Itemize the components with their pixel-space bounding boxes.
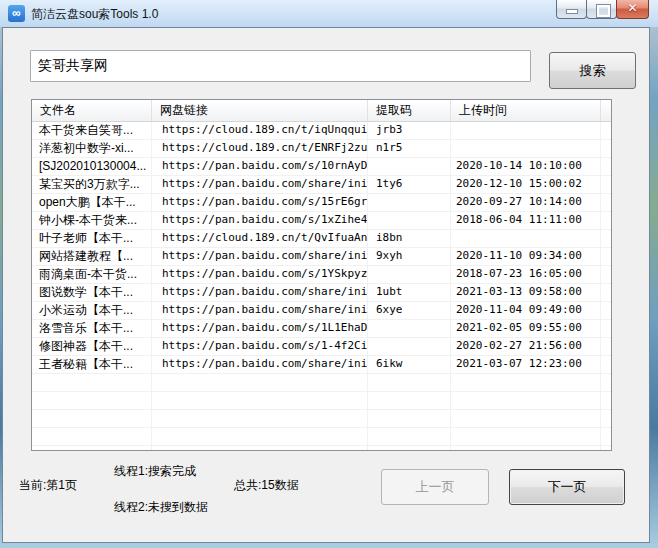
table-row[interactable]: [SJ202010130004...https://pan.baidu.com/… — [32, 158, 611, 176]
cell-filler — [601, 230, 611, 247]
close-button[interactable]: ✕ — [616, 0, 649, 19]
cell-code — [368, 446, 451, 451]
cell-link — [152, 428, 368, 445]
cell-time — [451, 374, 601, 391]
status-thread1: 线程1:搜索完成 — [114, 463, 196, 480]
cell-filler — [601, 248, 611, 265]
cell-filename: 某宝买的3万款字... — [32, 176, 152, 193]
table-row[interactable]: 钟小棵-本干货来...https://pan.baidu.com/s/1xZih… — [32, 212, 611, 230]
table-row[interactable] — [32, 374, 611, 392]
table-row[interactable]: open大鹏【本干...https://pan.baidu.com/s/15rE… — [32, 194, 611, 212]
cell-code: n1r5 — [368, 140, 451, 157]
cell-time: 2020-12-10 15:00:02 — [451, 176, 601, 193]
cell-link: https://pan.baidu.com/s/10rnAyD... — [152, 158, 368, 175]
maximize-button[interactable] — [586, 0, 617, 19]
maximize-icon — [597, 5, 610, 17]
cell-code — [368, 158, 451, 175]
cell-time: 2020-10-14 10:10:00 — [451, 158, 601, 175]
cell-link: https://pan.baidu.com/s/1YSkpyz... — [152, 266, 368, 283]
table-row[interactable]: 洛雪音乐【本干...https://pan.baidu.com/s/1L1Eha… — [32, 320, 611, 338]
search-input[interactable] — [30, 50, 531, 82]
cell-link: https://pan.baidu.com/s/1xZihe4... — [152, 212, 368, 229]
table-row[interactable]: 叶子老师【本干...https://cloud.189.cn/t/QvIfuaA… — [32, 230, 611, 248]
cell-time: 2020-11-04 09:49:00 — [451, 302, 601, 319]
cell-code — [368, 392, 451, 409]
cell-filler — [601, 212, 611, 229]
cell-code: 1ubt — [368, 284, 451, 301]
cell-code — [368, 320, 451, 337]
cell-filename: 钟小棵-本干货来... — [32, 212, 152, 229]
cell-filler — [601, 158, 611, 175]
cell-filler — [601, 428, 611, 445]
prev-page-button[interactable]: 上一页 — [381, 469, 489, 505]
table-row[interactable]: 雨滴桌面-本干货...https://pan.baidu.com/s/1YSkp… — [32, 266, 611, 284]
cell-link — [152, 410, 368, 427]
cell-code — [368, 212, 451, 229]
results-table: 文件名 网盘链接 提取码 上传时间 本干货来自笑哥...https://clou… — [31, 99, 612, 451]
table-row[interactable] — [32, 446, 611, 451]
cell-code — [368, 428, 451, 445]
cell-filler — [601, 176, 611, 193]
cell-filler — [601, 302, 611, 319]
next-page-button[interactable]: 下一页 — [509, 469, 625, 505]
cell-time — [451, 410, 601, 427]
table-row[interactable]: 图说数学【本干...https://pan.baidu.com/share/in… — [32, 284, 611, 302]
cell-link: https://cloud.189.cn/t/iqUnqqui... — [152, 122, 368, 139]
cell-time: 2021-03-13 09:58:00 — [451, 284, 601, 301]
minimize-button[interactable] — [556, 0, 587, 19]
column-header-link[interactable]: 网盘链接 — [152, 100, 368, 121]
cell-code — [368, 374, 451, 391]
cell-filler — [601, 374, 611, 391]
cell-code: 9xyh — [368, 248, 451, 265]
table-row[interactable]: 本干货来自笑哥...https://cloud.189.cn/t/iqUnqqu… — [32, 122, 611, 140]
table-row[interactable]: 网站搭建教程【...https://pan.baidu.com/share/in… — [32, 248, 611, 266]
cell-code: jrb3 — [368, 122, 451, 139]
cell-link: https://pan.baidu.com/share/ini... — [152, 302, 368, 319]
table-row[interactable]: 修图神器【本干...https://pan.baidu.com/s/1-4f2C… — [32, 338, 611, 356]
cell-link: https://cloud.189.cn/t/ENRFj2zu... — [152, 140, 368, 157]
cell-link: https://pan.baidu.com/s/1L1EhaD... — [152, 320, 368, 337]
cell-filename: [SJ202010130004... — [32, 158, 152, 175]
table-row[interactable] — [32, 428, 611, 446]
cell-filler — [601, 284, 611, 301]
cell-filename: 修图神器【本干... — [32, 338, 152, 355]
cell-filename: 洛雪音乐【本干... — [32, 320, 152, 337]
cell-link: https://cloud.189.cn/t/QvIfuaAn... — [152, 230, 368, 247]
titlebar[interactable]: ∞ 简洁云盘sou索Tools 1.0 ✕ — [0, 0, 658, 28]
cell-filename — [32, 392, 152, 409]
column-header-time[interactable]: 上传时间 — [451, 100, 601, 121]
cell-code — [368, 338, 451, 355]
cell-filename: 本干货来自笑哥... — [32, 122, 152, 139]
cell-filename: 图说数学【本干... — [32, 284, 152, 301]
cell-filler — [601, 392, 611, 409]
column-header-filename[interactable]: 文件名 — [32, 100, 152, 121]
table-row[interactable] — [32, 410, 611, 428]
search-button[interactable]: 搜索 — [549, 52, 636, 89]
cell-filename: 洋葱初中数学-xi... — [32, 140, 152, 157]
cell-code: i8bn — [368, 230, 451, 247]
cell-filler — [601, 266, 611, 283]
cell-filename: 王者秘籍【本干... — [32, 356, 152, 373]
status-thread2: 线程2:未搜到数据 — [114, 499, 208, 516]
table-row[interactable] — [32, 392, 611, 410]
client-area: 搜索 文件名 网盘链接 提取码 上传时间 本干货来自笑哥...https://c… — [2, 27, 650, 543]
cell-time: 2020-09-27 10:14:00 — [451, 194, 601, 211]
table-row[interactable]: 某宝买的3万款字...https://pan.baidu.com/share/i… — [32, 176, 611, 194]
cell-time: 2020-02-27 21:56:00 — [451, 338, 601, 355]
cell-time — [451, 122, 601, 139]
table-row[interactable]: 王者秘籍【本干...https://pan.baidu.com/share/in… — [32, 356, 611, 374]
column-header-filler — [601, 100, 611, 121]
cell-filler — [601, 446, 611, 451]
cell-code — [368, 266, 451, 283]
cell-filename — [32, 428, 152, 445]
cell-link: https://pan.baidu.com/share/ini... — [152, 356, 368, 373]
column-header-code[interactable]: 提取码 — [368, 100, 451, 121]
cell-time — [451, 446, 601, 451]
minimize-icon — [567, 10, 577, 13]
cell-filler — [601, 410, 611, 427]
table-row[interactable]: 小米运动【本干...https://pan.baidu.com/share/in… — [32, 302, 611, 320]
cell-link: https://pan.baidu.com/s/15rE6gr... — [152, 194, 368, 211]
table-row[interactable]: 洋葱初中数学-xi...https://cloud.189.cn/t/ENRFj… — [32, 140, 611, 158]
cell-filename — [32, 410, 152, 427]
cell-link: https://pan.baidu.com/share/ini... — [152, 176, 368, 193]
